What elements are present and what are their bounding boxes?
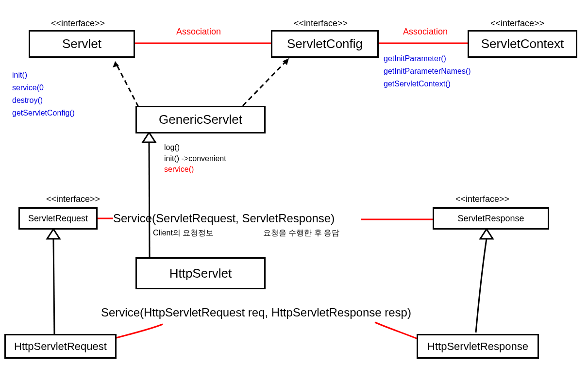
svg-line-2: [115, 62, 138, 107]
stereotype-servlet: <<interface>>: [51, 18, 105, 29]
svg-marker-6: [143, 133, 155, 142]
class-servletresponse: ServletResponse: [433, 207, 549, 230]
svg-marker-8: [47, 229, 60, 239]
method-generic-service: service(): [164, 165, 194, 174]
svg-marker-10: [480, 229, 493, 239]
class-servletrequest: ServletRequest: [18, 207, 98, 230]
method-servlet-service: service(0: [12, 83, 44, 92]
class-servletcontext: ServletContext: [468, 30, 577, 58]
class-httpservletresponse: HttpServletResponse: [417, 334, 539, 359]
class-httpservletrequest: HttpServletRequest: [4, 334, 117, 359]
method-generic-init: init() ->convenient: [164, 154, 226, 163]
class-servlet: Servlet: [29, 30, 135, 58]
assoc-label-2: Association: [403, 27, 448, 37]
class-servlet-label: Servlet: [62, 36, 101, 51]
method-servlet-init: init(): [12, 71, 27, 80]
svg-line-7: [149, 142, 150, 257]
class-servletconfig-label: ServletConfig: [287, 36, 363, 51]
signature-service-2: Service(HttpServletRequest req, HttpServ…: [101, 306, 411, 319]
stereotype-servletconfig: <<interface>>: [294, 18, 348, 29]
class-httpservletrequest-label: HttpServletRequest: [14, 340, 107, 353]
uml-canvas: <<interface>> <<interface>> <<interface>…: [0, 0, 588, 382]
method-config-getinitparameter: getInitParameter(): [384, 54, 446, 63]
class-httpservlet-label: HttpServlet: [169, 266, 232, 281]
method-config-getinitparameternames: getInitParameterNames(): [384, 67, 471, 76]
svg-line-4: [243, 58, 289, 106]
class-servletconfig: ServletConfig: [271, 30, 379, 58]
assoc-label-1: Association: [176, 27, 221, 37]
svg-line-9: [53, 239, 54, 335]
class-servletresponse-label: ServletResponse: [457, 214, 524, 224]
note-response: 요청을 수행한 후 응답: [263, 228, 339, 238]
method-servlet-getservletconfig: getServletConfig(): [12, 109, 75, 117]
method-servlet-destroy: destroy(): [12, 96, 43, 105]
method-generic-log: log(): [164, 143, 180, 152]
class-servletrequest-label: ServletRequest: [28, 214, 88, 224]
stereotype-servletrequest: <<interface>>: [46, 194, 100, 204]
method-config-getservletcontext: getServletContext(): [384, 80, 451, 88]
class-httpservletresponse-label: HttpServletResponse: [427, 340, 528, 353]
class-genericservlet: GenericServlet: [135, 106, 266, 133]
class-httpservlet: HttpServlet: [135, 257, 266, 289]
stereotype-servletresponse: <<interface>>: [455, 194, 509, 204]
class-servletcontext-label: ServletContext: [481, 36, 564, 51]
stereotype-servletcontext: <<interface>>: [490, 18, 544, 29]
class-genericservlet-label: GenericServlet: [159, 112, 242, 127]
signature-service-1: Service(ServletRequest, ServletResponse): [113, 212, 335, 225]
note-client-request: Client의 요청정보: [153, 228, 214, 238]
